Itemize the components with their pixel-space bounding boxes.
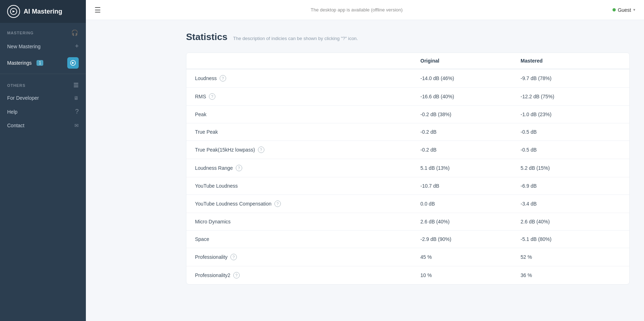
new-mastering-label: New Mastering xyxy=(7,44,40,49)
row-mastered: 5.2 dB (15%) xyxy=(521,165,621,171)
online-indicator xyxy=(613,8,616,11)
add-icon: + xyxy=(75,43,79,50)
table-row: Micro Dynamics2.6 dB (40%)2.6 dB (40%) xyxy=(186,213,629,231)
row-label: RMS? xyxy=(195,93,420,100)
table-row: Space-2.9 dB (90%)-5.1 dB (80%) xyxy=(186,231,629,248)
row-original: 45 % xyxy=(420,254,521,260)
help-icon[interactable]: ? xyxy=(233,272,240,278)
row-label: YouTube Loudness Compensation? xyxy=(195,201,420,207)
help-icon[interactable]: ? xyxy=(274,201,281,207)
table-body: Loudness?-14.0 dB (46%)-9.7 dB (78%)RMS?… xyxy=(186,69,629,284)
topbar: ☰ The desktop app is available (offline … xyxy=(86,0,644,20)
stats-title: Statistics xyxy=(186,31,228,43)
sidebar-item-contact[interactable]: Contact ✉ xyxy=(0,119,86,132)
table-header: Original Mastered xyxy=(186,53,629,69)
masterings-label: Masterings xyxy=(7,60,31,66)
row-original: 0.0 dB xyxy=(420,201,521,207)
row-label: True Peak(15kHz lowpass)? xyxy=(195,147,420,153)
row-mastered: -5.1 dB (80%) xyxy=(521,236,621,242)
table-row: RMS?-16.6 dB (40%)-12.2 dB (75%) xyxy=(186,88,629,106)
help-label: Help xyxy=(7,109,18,115)
row-label: Loudness? xyxy=(195,75,420,82)
row-label: YouTube Loudness xyxy=(195,183,420,189)
col-mastered: Mastered xyxy=(521,58,621,64)
menu-icon[interactable]: ☰ xyxy=(94,6,101,14)
help-icon[interactable]: ? xyxy=(258,147,264,153)
sidebar-item-help[interactable]: Help ? xyxy=(0,104,86,119)
row-mastered: 36 % xyxy=(521,272,621,278)
row-label: Micro Dynamics xyxy=(195,219,420,224)
stats-header: Statistics The description of indicies c… xyxy=(186,31,630,43)
row-mastered: -12.2 dB (75%) xyxy=(521,94,621,99)
row-original: -2.9 dB (90%) xyxy=(420,236,521,242)
help-icon[interactable]: ? xyxy=(220,75,226,82)
row-label: Professionality2? xyxy=(195,272,420,278)
row-mastered: -1.0 dB (23%) xyxy=(521,112,621,117)
row-label: Professionality? xyxy=(195,254,420,260)
table-row: Loudness?-14.0 dB (46%)-9.7 dB (78%) xyxy=(186,69,629,88)
row-original: 5.1 dB (13%) xyxy=(420,165,521,171)
mail-icon: ✉ xyxy=(74,123,79,128)
stats-subtitle: The description of indicies can be shown… xyxy=(233,36,358,41)
table-row: Loudness Range?5.1 dB (13%)5.2 dB (15%) xyxy=(186,159,629,177)
headphones-icon: 🎧 xyxy=(71,29,79,36)
row-label: Peak xyxy=(195,112,420,117)
masterings-badge: 1 xyxy=(36,60,43,66)
sidebar-divider xyxy=(0,74,86,74)
table-row: True Peak(15kHz lowpass)?-0.2 dB-0.5 dB xyxy=(186,141,629,159)
row-label: Space xyxy=(195,236,420,242)
for-developer-label: For Developer xyxy=(7,95,39,101)
list-icon: ☰ xyxy=(73,82,79,89)
sidebar: AI Mastering MASTERING 🎧 New Mastering +… xyxy=(0,0,86,321)
row-label: True Peak xyxy=(195,129,420,135)
row-mastered: 52 % xyxy=(521,254,621,260)
row-original: -0.2 dB xyxy=(420,129,521,135)
app-title: AI Mastering xyxy=(24,8,62,15)
topbar-message: The desktop app is available (offline ve… xyxy=(311,7,402,13)
others-section-header: OTHERS ☰ xyxy=(0,75,86,92)
masterings-active-icon xyxy=(67,57,79,69)
row-mastered: -9.7 dB (78%) xyxy=(521,75,621,81)
help-icon[interactable]: ? xyxy=(209,93,215,100)
table-row: Peak-0.2 dB (38%)-1.0 dB (23%) xyxy=(186,106,629,123)
row-original: -14.0 dB (46%) xyxy=(420,75,521,81)
row-mastered: -0.5 dB xyxy=(521,147,621,153)
table-row: Professionality?45 %52 % xyxy=(186,248,629,266)
topbar-user[interactable]: Guest ▾ xyxy=(613,7,635,13)
row-label: Loudness Range? xyxy=(195,165,420,171)
row-mastered: 2.6 dB (40%) xyxy=(521,219,621,224)
help-icon[interactable]: ? xyxy=(230,254,237,260)
sidebar-item-developer[interactable]: For Developer 🖥 xyxy=(0,92,86,104)
table-row: True Peak-0.2 dB-0.5 dB xyxy=(186,123,629,141)
row-original: -10.7 dB xyxy=(420,183,521,189)
row-mastered: -6.9 dB xyxy=(521,183,621,189)
logo-icon xyxy=(7,5,20,18)
row-original: -16.6 dB (40%) xyxy=(420,94,521,99)
main-content: Statistics The description of indicies c… xyxy=(172,20,644,321)
question-icon: ? xyxy=(75,108,79,115)
user-dropdown-chevron: ▾ xyxy=(633,8,635,12)
row-mastered: -0.5 dB xyxy=(521,129,621,135)
help-icon[interactable]: ? xyxy=(236,165,242,171)
table-row: YouTube Loudness Compensation?0.0 dB-3.4… xyxy=(186,195,629,213)
sidebar-item-new-mastering[interactable]: New Mastering + xyxy=(0,39,86,54)
app-logo: AI Mastering xyxy=(0,0,86,23)
mastering-section-header: MASTERING 🎧 xyxy=(0,23,86,39)
row-original: -0.2 dB (38%) xyxy=(420,112,521,117)
row-mastered: -3.4 dB xyxy=(521,201,621,207)
col-original: Original xyxy=(420,58,521,64)
user-label: Guest xyxy=(618,7,631,13)
row-original: -0.2 dB xyxy=(420,147,521,153)
row-original: 2.6 dB (40%) xyxy=(420,219,521,224)
row-original: 10 % xyxy=(420,272,521,278)
table-row: YouTube Loudness-10.7 dB-6.9 dB xyxy=(186,177,629,195)
stats-table: Original Mastered Loudness?-14.0 dB (46%… xyxy=(186,53,630,285)
table-row: Professionality2?10 %36 % xyxy=(186,266,629,284)
monitor-icon: 🖥 xyxy=(74,95,79,101)
sidebar-item-masterings[interactable]: Masterings 1 xyxy=(0,54,86,72)
contact-label: Contact xyxy=(7,123,24,128)
